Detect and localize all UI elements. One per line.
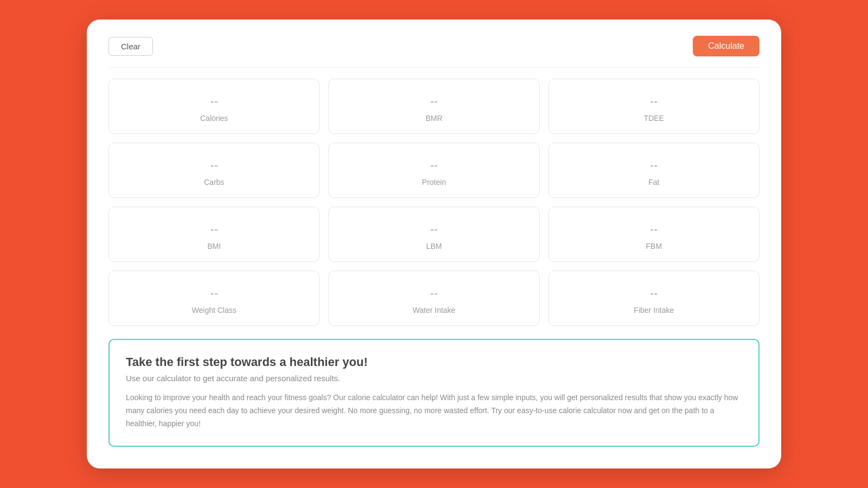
metric-label-tdee: TDEE (644, 114, 664, 123)
metric-label-water-intake: Water Intake (413, 306, 456, 314)
metric-label-weight-class: Weight Class (192, 306, 237, 314)
metric-card-weight-class: --Weight Class (108, 271, 320, 326)
metric-card-carbs: --Carbs (108, 143, 320, 198)
metric-card-tdee: --TDEE (548, 79, 760, 134)
metric-card-bmr: --BMR (328, 79, 539, 134)
metric-label-fiber-intake: Fiber Intake (634, 306, 674, 314)
metric-label-protein: Protein (422, 178, 446, 187)
calculate-button[interactable]: Calculate (693, 36, 760, 56)
metric-value-fiber-intake: -- (650, 286, 658, 300)
metric-value-bmr: -- (430, 94, 438, 108)
metric-value-tdee: -- (650, 94, 658, 108)
metric-value-lbm: -- (430, 222, 438, 236)
metric-value-fbm: -- (650, 222, 658, 236)
metric-label-fat: Fat (648, 178, 659, 187)
metric-card-fiber-intake: --Fiber Intake (548, 271, 760, 326)
toolbar: Clear Calculate (108, 36, 760, 68)
metric-card-protein: --Protein (328, 143, 539, 198)
metric-card-calories: --Calories (108, 79, 320, 134)
metric-value-carbs: -- (210, 158, 218, 172)
metric-label-bmi: BMI (207, 242, 221, 251)
metric-label-bmr: BMR (425, 114, 442, 123)
metric-label-fbm: FBM (646, 242, 662, 251)
metric-value-weight-class: -- (210, 286, 218, 300)
metric-value-calories: -- (210, 94, 218, 108)
clear-button[interactable]: Clear (108, 37, 153, 56)
metric-card-lbm: --LBM (328, 207, 539, 262)
metric-value-bmi: -- (210, 222, 218, 236)
metric-card-bmi: --BMI (108, 207, 320, 262)
metric-card-fat: --Fat (548, 143, 760, 198)
info-subtitle: Use our calculator to get accurate and p… (126, 374, 742, 383)
metrics-grid: --Calories--BMR--TDEE--Carbs--Protein--F… (108, 79, 760, 326)
metric-label-lbm: LBM (426, 242, 442, 251)
metric-label-carbs: Carbs (204, 178, 224, 187)
metric-value-fat: -- (650, 158, 658, 172)
info-title: Take the first step towards a healthier … (126, 355, 742, 369)
metric-card-fbm: --FBM (548, 207, 760, 262)
main-card: Clear Calculate --Calories--BMR--TDEE--C… (87, 20, 781, 468)
metric-value-water-intake: -- (430, 286, 438, 300)
metric-card-water-intake: --Water Intake (328, 271, 539, 326)
info-box: Take the first step towards a healthier … (108, 339, 760, 446)
metric-label-calories: Calories (200, 114, 228, 123)
info-body: Looking to improve your health and reach… (126, 391, 742, 430)
metric-value-protein: -- (430, 158, 438, 172)
